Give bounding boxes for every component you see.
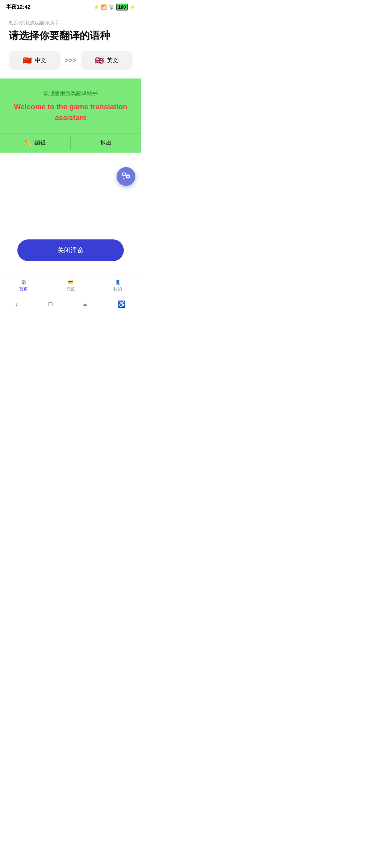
profile-icon: 👤 [115, 280, 121, 285]
exit-button[interactable]: 退出 [71, 133, 141, 153]
back-button[interactable]: ‹ [10, 299, 24, 310]
card-subtitle: 欢迎使用游戏翻译助手 [0, 90, 141, 97]
language-arrow: >>> [60, 57, 81, 64]
arrow-icon: >>> [65, 57, 76, 64]
language-selector: 🇨🇳 中文 >>> 🇬🇧 英文 [9, 51, 133, 70]
target-language-button[interactable]: 🇬🇧 英文 [81, 51, 133, 70]
svg-rect-1 [126, 175, 130, 178]
bluetooth-icon: ⚡ [93, 4, 99, 10]
status-bar: 半夜12:42 ⚡ 📶 📡 100 ⚡ [0, 0, 141, 13]
edit-label: 编辑 [34, 139, 46, 147]
menu-button[interactable]: ≡ [77, 299, 93, 310]
nav-item-mine[interactable]: 👤 我的 [107, 280, 129, 292]
accessibility-button[interactable]: ♿ [112, 299, 131, 310]
target-flag: 🇬🇧 [95, 56, 104, 65]
floating-action-button[interactable] [117, 167, 135, 186]
nav-item-recharge[interactable]: 💳 充值 [60, 280, 81, 292]
page-subtitle: 欢迎使用游戏翻译助手 [9, 20, 133, 26]
close-float-button[interactable]: 关闭浮窗 [17, 239, 124, 261]
bottom-nav: 🏠 首页 💳 充值 👤 我的 [0, 276, 141, 295]
nav-mine-label: 我的 [113, 286, 122, 292]
battery-indicator: 100 [116, 4, 128, 10]
status-icons: ⚡ 📶 📡 100 ⚡ [93, 4, 135, 10]
recharge-icon: 💳 [68, 280, 73, 285]
nav-home-label: 首页 [19, 286, 28, 292]
source-label: 中文 [35, 57, 46, 64]
wifi-icon: 📡 [109, 4, 114, 10]
status-time: 半夜12:42 [6, 4, 30, 10]
card-actions: ✏️ 编辑 退出 [0, 133, 141, 153]
charging-icon: ⚡ [130, 4, 135, 10]
home-icon: 🏠 [21, 280, 26, 285]
nav-recharge-label: 充值 [66, 286, 75, 292]
home-button[interactable]: □ [43, 299, 58, 310]
page-title: 请选择你要翻译的语种 [9, 29, 133, 42]
translation-card: 欢迎使用游戏翻译助手 Welcome to the game translati… [0, 78, 141, 153]
target-label: 英文 [107, 57, 118, 64]
source-language-button[interactable]: 🇨🇳 中文 [9, 51, 60, 70]
source-flag: 🇨🇳 [23, 56, 32, 65]
white-area [0, 153, 141, 239]
edit-button[interactable]: ✏️ 编辑 [0, 133, 70, 153]
nav-item-home[interactable]: 🏠 首页 [13, 280, 34, 292]
exit-label: 退出 [100, 139, 112, 147]
card-main-text: Welcome to the game translation assistan… [0, 101, 141, 123]
signal-icon: 📶 [101, 4, 107, 10]
edit-icon: ✏️ [24, 140, 31, 146]
main-content: 欢迎使用游戏翻译助手 请选择你要翻译的语种 🇨🇳 中文 >>> 🇬🇧 英文 [0, 13, 141, 78]
svg-rect-0 [122, 173, 126, 176]
system-nav-bar: ‹ □ ≡ ♿ [0, 295, 141, 315]
translate-icon [121, 172, 131, 181]
close-button-container: 关闭浮窗 [0, 239, 141, 276]
